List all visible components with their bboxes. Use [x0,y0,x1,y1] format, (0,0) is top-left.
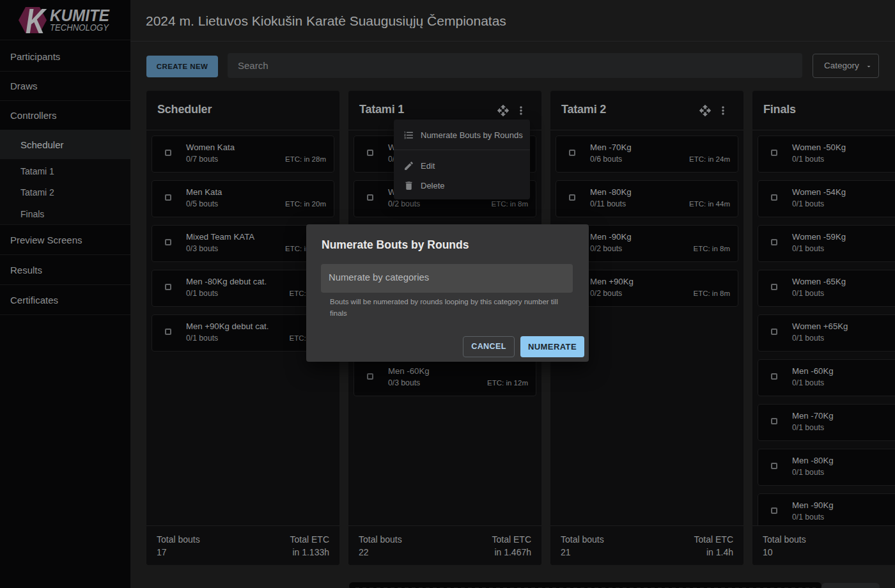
svg-text:TECHNOLOGY: TECHNOLOGY [50,22,109,33]
svg-text:K: K [26,6,47,36]
